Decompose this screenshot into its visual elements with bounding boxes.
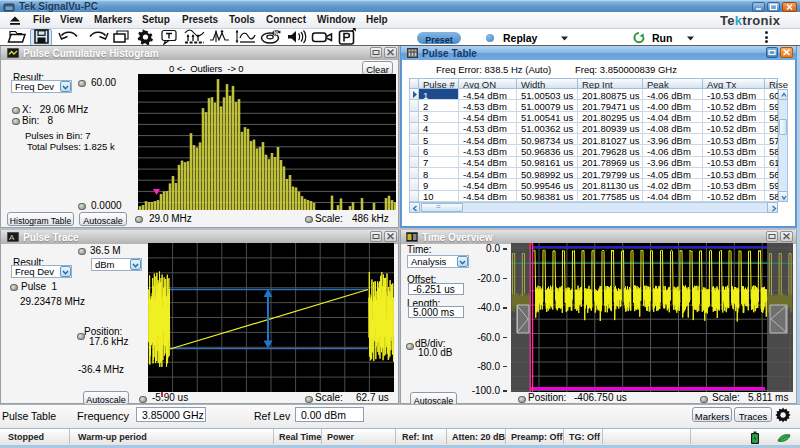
svg-text:N: N — [274, 30, 278, 36]
svg-text:A: A — [9, 233, 15, 242]
